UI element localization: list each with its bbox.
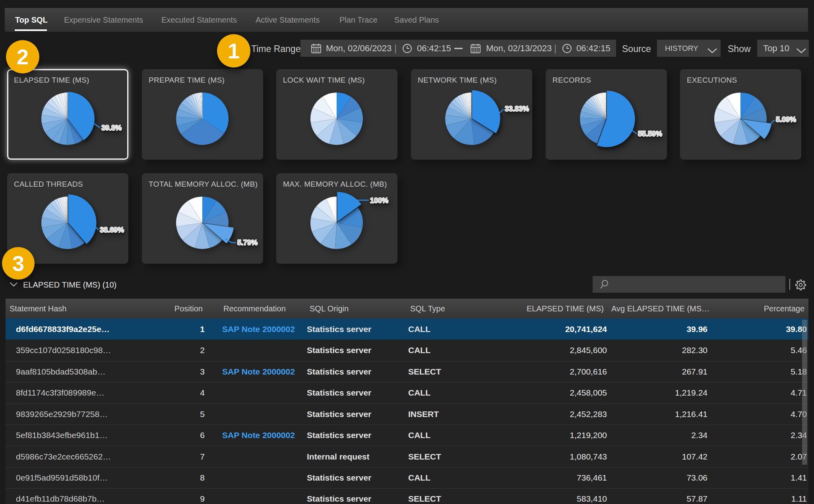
svg-text:39.8%: 39.8% bbox=[101, 124, 122, 132]
svg-text:33.83%: 33.83% bbox=[505, 105, 529, 113]
svg-text:38.69%: 38.69% bbox=[100, 226, 124, 234]
svg-text:5.79%: 5.79% bbox=[237, 239, 258, 247]
svg-text:5.09%: 5.09% bbox=[776, 116, 796, 124]
svg-text:55.59%: 55.59% bbox=[638, 130, 662, 138]
svg-text:100%: 100% bbox=[370, 197, 388, 205]
